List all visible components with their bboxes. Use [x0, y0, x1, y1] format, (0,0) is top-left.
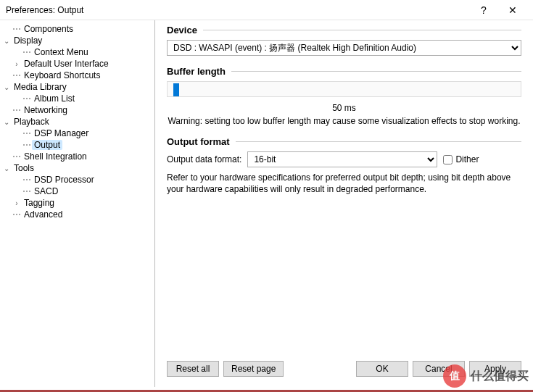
window-title: Preferences: Output	[6, 5, 469, 15]
buffer-slider[interactable]	[167, 81, 521, 97]
tree-item-dsd-processor[interactable]: ⋯DSD Processor	[1, 174, 153, 185]
tree-item-dsp-manager[interactable]: ⋯DSP Manager	[1, 128, 153, 139]
tree-sidebar: ⋯Components ⌄Display ⋯Context Menu ›Defa…	[0, 20, 155, 387]
buffer-value: 50 ms	[167, 103, 521, 113]
buffer-group: Buffer length 50 ms Warning: setting too…	[167, 66, 521, 126]
tree-item-shell-integration[interactable]: ⋯Shell Integration	[1, 151, 153, 162]
chevron-down-icon: ⌄	[1, 82, 12, 92]
tree-item-components[interactable]: ⋯Components	[1, 23, 153, 35]
buffer-heading: Buffer length	[167, 66, 226, 77]
tree-item-media-library[interactable]: ⌄Media Library	[1, 81, 153, 93]
button-bar: Reset all Reset page OK Cancel Apply	[167, 361, 521, 377]
chevron-down-icon: ⌄	[1, 117, 12, 127]
format-label: Output data format:	[167, 154, 241, 164]
close-button[interactable]: ✕	[498, 0, 527, 20]
content-pane: Device DSD : WASAPI (event) : 扬声器 (Realt…	[155, 20, 533, 387]
titlebar: Preferences: Output ? ✕	[0, 0, 533, 20]
tree-item-album-list[interactable]: ⋯Album List	[1, 93, 153, 104]
tree-item-context-menu[interactable]: ⋯Context Menu	[1, 46, 153, 58]
dither-checkbox[interactable]: Dither	[443, 154, 479, 164]
dither-input[interactable]	[443, 155, 453, 164]
tree-item-playback[interactable]: ⌄Playback	[1, 116, 153, 128]
reset-all-button[interactable]: Reset all	[167, 361, 219, 377]
ok-button[interactable]: OK	[356, 361, 408, 377]
reset-page-button[interactable]: Reset page	[223, 361, 284, 377]
tree-item-keyboard-shortcuts[interactable]: ⋯Keyboard Shortcuts	[1, 70, 153, 81]
tree-item-default-ui[interactable]: ›Default User Interface	[1, 58, 153, 70]
tree-item-networking[interactable]: ⋯Networking	[1, 104, 153, 116]
help-button[interactable]: ?	[469, 0, 498, 20]
buffer-warning: Warning: setting too low buffer length m…	[167, 116, 521, 126]
chevron-down-icon: ⌄	[1, 36, 12, 46]
format-heading: Output format	[167, 136, 230, 147]
format-group: Output format Output data format: 16-bit…	[167, 136, 521, 195]
tree-item-advanced[interactable]: ⋯Advanced	[1, 209, 153, 220]
format-help: Refer to your hardware specifications fo…	[167, 172, 521, 195]
chevron-right-icon: ›	[12, 198, 22, 208]
device-heading: Device	[167, 25, 197, 36]
apply-button[interactable]: Apply	[469, 361, 521, 377]
device-select[interactable]: DSD : WASAPI (event) : 扬声器 (Realtek High…	[167, 40, 521, 56]
tree-item-tagging[interactable]: ›Tagging	[1, 197, 153, 209]
tree-item-display[interactable]: ⌄Display	[1, 35, 153, 46]
device-group: Device DSD : WASAPI (event) : 扬声器 (Realt…	[167, 25, 521, 56]
cancel-button[interactable]: Cancel	[413, 361, 465, 377]
chevron-down-icon: ⌄	[1, 163, 12, 173]
tree-item-tools[interactable]: ⌄Tools	[1, 162, 153, 174]
slider-thumb[interactable]	[173, 83, 179, 96]
chevron-right-icon: ›	[12, 59, 22, 69]
tree-item-sacd[interactable]: ⋯SACD	[1, 185, 153, 197]
format-select[interactable]: 16-bit	[247, 151, 437, 167]
tree-item-output[interactable]: ⋯Output	[1, 139, 153, 151]
